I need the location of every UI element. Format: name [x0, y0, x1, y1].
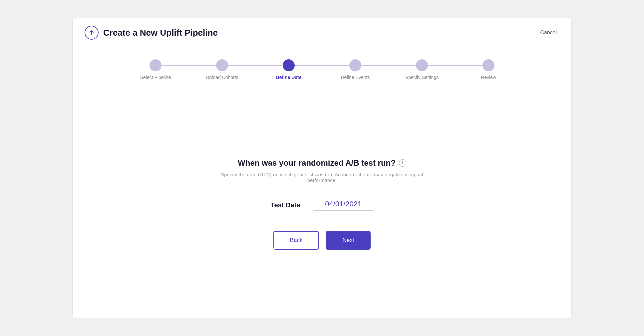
step-dot-define-date [283, 59, 295, 71]
step-label-define-events: Define Events [341, 75, 370, 80]
modal-container: Create a New Uplift Pipeline Cancel Sele… [72, 18, 572, 318]
main-content: When was your randomized A/B test run? i… [73, 90, 571, 318]
step-upload-cohorts[interactable]: Upload Cohorts [189, 59, 255, 80]
step-dot-review [483, 59, 494, 71]
next-button[interactable]: Next [326, 231, 371, 250]
page-title: Create a New Uplift Pipeline [103, 28, 218, 38]
back-button[interactable]: Back [273, 231, 319, 250]
step-dot-specify-settings [416, 59, 428, 71]
step-dot-select-pipeline [150, 59, 161, 71]
step-dot-define-events [349, 59, 361, 71]
step-specify-settings[interactable]: Specify Settings [389, 59, 455, 80]
date-label: Test Date [271, 201, 300, 209]
header-left: Create a New Uplift Pipeline [85, 26, 218, 40]
question-section: When was your randomized A/B test run? i… [214, 158, 430, 183]
step-define-events[interactable]: Define Events [322, 59, 389, 80]
question-title: When was your randomized A/B test run? i [214, 158, 430, 168]
step-label-specify-settings: Specify Settings [405, 75, 439, 80]
step-define-date[interactable]: Define Date [255, 59, 322, 80]
step-review[interactable]: Review [455, 59, 522, 80]
info-icon[interactable]: i [399, 159, 406, 167]
header: Create a New Uplift Pipeline Cancel [73, 18, 571, 46]
step-dot-upload-cohorts [216, 59, 228, 71]
step-label-define-date: Define Date [276, 75, 301, 80]
footer-buttons: Back Next [273, 231, 371, 250]
question-title-text: When was your randomized A/B test run? [238, 158, 396, 168]
stepper: Select Pipeline Upload Cohorts Define Da… [122, 59, 522, 80]
stepper-container: Select Pipeline Upload Cohorts Define Da… [73, 46, 571, 90]
step-label-upload-cohorts: Upload Cohorts [206, 75, 238, 80]
info-icon-label: i [402, 160, 403, 165]
cancel-button[interactable]: Cancel [537, 28, 559, 37]
question-subtitle: Specify the date (UTC) on which your tes… [214, 172, 430, 183]
step-label-review: Review [481, 75, 496, 80]
step-label-select-pipeline: Select Pipeline [140, 75, 171, 80]
upload-icon [85, 26, 99, 40]
date-input[interactable] [313, 200, 373, 208]
date-input-wrapper [313, 200, 373, 211]
date-row: Test Date [271, 200, 374, 211]
step-select-pipeline[interactable]: Select Pipeline [122, 59, 189, 80]
